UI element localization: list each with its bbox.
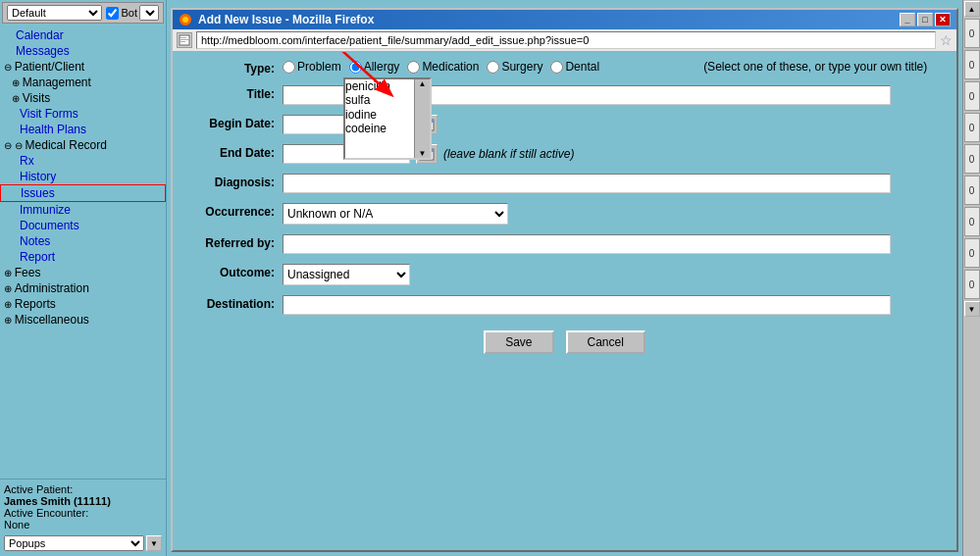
close-button[interactable]: ✕	[935, 13, 951, 26]
list-scroll-down[interactable]: ▼	[419, 149, 427, 158]
right-scroll-down[interactable]: ▼	[964, 301, 980, 317]
sidebar-item-health-plans[interactable]: Health Plans	[0, 122, 166, 137]
right-num-9: 0	[964, 270, 980, 299]
outcome-select[interactable]: Unassigned Resolved Improved Unchanged W…	[283, 264, 410, 285]
referred-by-row: Referred by:	[184, 234, 945, 254]
page-icon	[177, 32, 192, 48]
bookmark-star-icon[interactable]: ☆	[940, 32, 953, 48]
sidebar-item-messages[interactable]: Messages	[0, 43, 166, 59]
save-button[interactable]: Save	[484, 330, 553, 354]
main-content: Add New Issue - Mozilla Firefox _ □ ✕ ☆	[167, 0, 962, 556]
firefox-icon	[179, 13, 192, 26]
diagnosis-input[interactable]	[283, 174, 891, 193]
radio-allergy-label: Allergy	[364, 60, 400, 74]
sidebar-section-miscellaneous[interactable]: ⊕ Miscellaneous	[0, 312, 166, 328]
right-num-3: 0	[964, 81, 980, 111]
active-patient-label: Active Patient:	[4, 483, 162, 495]
diagnosis-row: Diagnosis:	[184, 174, 945, 193]
type-label: Type:	[184, 60, 283, 76]
type-field: Problem Allergy Medication	[283, 60, 945, 74]
radio-dental-input[interactable]	[550, 61, 563, 74]
sidebar-footer: Active Patient: James Smith (11111) Acti…	[0, 479, 166, 556]
right-num-6: 0	[964, 176, 980, 205]
outcome-row: Outcome: Unassigned Resolved Improved Un…	[184, 264, 945, 285]
title-form-row: Title:	[184, 85, 945, 105]
sidebar-item-history[interactable]: History	[0, 169, 166, 184]
top-label: Bot	[121, 7, 137, 19]
diagnosis-label: Diagnosis:	[184, 174, 283, 189]
radio-medication[interactable]: Medication	[407, 60, 479, 74]
radio-problem-label: Problem	[297, 60, 341, 74]
encounter-value: None	[4, 519, 162, 531]
cancel-button[interactable]: Cancel	[566, 330, 645, 354]
diagnosis-field	[283, 174, 945, 193]
destination-input[interactable]	[283, 295, 891, 315]
titlebar-left: Add New Issue - Mozilla Firefox	[179, 13, 374, 26]
radio-surgery-input[interactable]	[487, 61, 499, 74]
referred-by-field	[283, 234, 945, 254]
sidebar-scroll-down[interactable]: ▼	[146, 535, 162, 551]
sidebar-item-visit-forms[interactable]: Visit Forms	[0, 106, 166, 122]
sidebar-item-report[interactable]: Report	[0, 249, 166, 265]
address-bar[interactable]	[196, 31, 936, 49]
end-date-label: End Date:	[184, 144, 283, 160]
right-num-4: 0	[964, 113, 980, 142]
sidebar-top-bar: Default Bot ▼	[2, 2, 164, 24]
sidebar-item-issues[interactable]: Issues	[0, 184, 166, 202]
end-date-row: End Date:	[184, 144, 945, 164]
allergy-option-sulfa[interactable]: sulfa	[345, 93, 418, 107]
right-num-1: 0	[964, 19, 980, 48]
occurrence-field: Unknown or N/A Single Recurrent Chronic	[283, 203, 945, 225]
sidebar-section-reports[interactable]: ⊕ Reports	[0, 296, 166, 312]
radio-dental[interactable]: Dental	[550, 60, 599, 74]
allergy-list[interactable]: penicillin sulfa iodine codeine	[345, 79, 418, 158]
occurrence-row: Occurrence: Unknown or N/A Single Recurr…	[184, 203, 945, 225]
form-buttons: Save Cancel	[184, 330, 945, 354]
allergy-option-codeine[interactable]: codeine	[345, 122, 418, 135]
radio-allergy-input[interactable]	[349, 61, 362, 74]
right-scrollbar: ▲ 0 0 0 0 0 0 0 0 0 ▼	[962, 0, 980, 556]
occurrence-select[interactable]: Unknown or N/A Single Recurrent Chronic	[283, 203, 508, 225]
patient-name: James Smith (11111)	[4, 495, 162, 507]
allergy-option-iodine[interactable]: iodine	[345, 108, 418, 122]
maximize-button[interactable]: □	[917, 13, 933, 26]
allergy-option-penicillin[interactable]: penicillin	[345, 79, 418, 93]
sidebar-section-administration[interactable]: ⊕ Administration	[0, 280, 166, 296]
radio-dental-label: Dental	[565, 60, 599, 74]
referred-by-input[interactable]	[283, 234, 891, 254]
sidebar-item-calendar[interactable]: Calendar	[0, 27, 166, 43]
type-options: Problem Allergy Medication	[283, 60, 599, 74]
right-scroll-up[interactable]: ▲	[964, 1, 980, 17]
allergy-dropdown[interactable]: penicillin sulfa iodine codeine ▲ ▼	[343, 77, 432, 160]
radio-allergy[interactable]: Allergy	[349, 60, 400, 74]
browser-window: Add New Issue - Mozilla Firefox _ □ ✕ ☆	[171, 8, 958, 552]
sidebar-item-immunize[interactable]: Immunize	[0, 202, 166, 218]
radio-surgery[interactable]: Surgery	[487, 60, 542, 74]
browser-toolbar: ☆	[173, 29, 956, 52]
referred-by-label: Referred by:	[184, 234, 283, 250]
minimize-button[interactable]: _	[900, 13, 915, 26]
sidebar-section-medical-record[interactable]: ⊖ Medical Record	[0, 137, 166, 153]
sidebar-section-patient-client[interactable]: Patient/Client	[0, 59, 166, 75]
radio-medication-label: Medication	[422, 60, 479, 74]
sidebar-item-documents[interactable]: Documents	[0, 218, 166, 233]
title-label: Title:	[184, 85, 283, 101]
list-scroll-up[interactable]: ▲	[419, 79, 427, 88]
default-select[interactable]: Default	[7, 5, 102, 21]
form-content: Type: Problem Allergy	[173, 52, 956, 550]
destination-label: Destination:	[184, 295, 283, 311]
sidebar-item-notes[interactable]: Notes	[0, 233, 166, 249]
sidebar-section-management[interactable]: ⊕ Management	[0, 75, 166, 90]
sidebar-item-rx[interactable]: Rx	[0, 153, 166, 169]
popups-select[interactable]: Popups	[4, 535, 144, 551]
right-num-7: 0	[964, 207, 980, 236]
bot-select[interactable]: ▼	[139, 5, 159, 21]
outcome-field: Unassigned Resolved Improved Unchanged W…	[283, 264, 945, 285]
radio-problem-input[interactable]	[283, 61, 295, 74]
sidebar-section-visits[interactable]: ⊕ Visits	[0, 90, 166, 106]
sidebar-section-fees[interactable]: ⊕ Fees	[0, 265, 166, 280]
radio-medication-input[interactable]	[407, 61, 420, 74]
begin-date-row: Begin Date:	[184, 115, 945, 134]
radio-problem[interactable]: Problem	[283, 60, 341, 74]
top-checkbox[interactable]	[106, 7, 119, 20]
